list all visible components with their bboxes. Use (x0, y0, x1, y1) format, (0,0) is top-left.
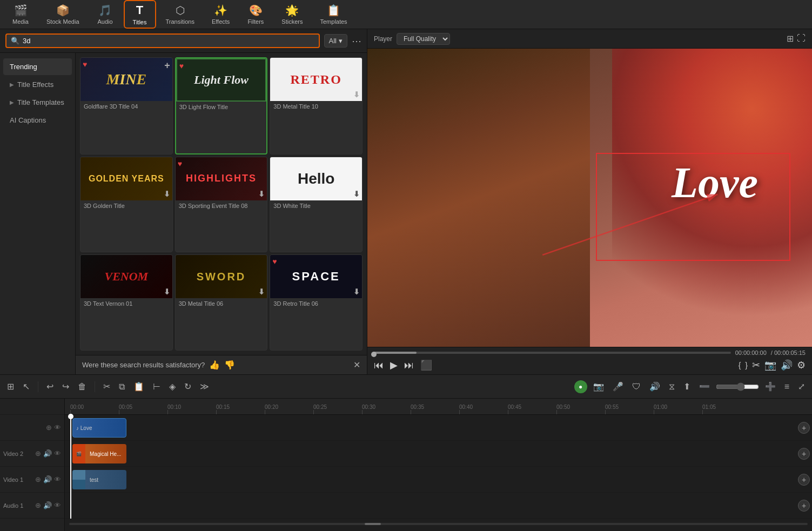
progress-bar[interactable] (374, 352, 731, 354)
tl-add-v1-icon[interactable]: ⊕ (35, 475, 41, 483)
thumb-text-space: SPACE (292, 270, 340, 284)
play-button[interactable]: ▶ (390, 359, 398, 371)
thumb-text-venom: VENOM (104, 270, 148, 284)
toolbar-templates[interactable]: 📋 Templates (312, 1, 354, 28)
tl-layers-button[interactable]: ⧖ (666, 380, 677, 393)
tl-cursor-button[interactable]: ↖ (20, 380, 32, 393)
fullscreen-icon[interactable]: ⛶ (797, 33, 806, 44)
thumbs-down-button[interactable]: 👎 (224, 360, 235, 370)
tl-record-button[interactable]: ● (574, 380, 587, 393)
toolbar-transitions-label: Transitions (166, 18, 194, 25)
sidebar-item-ai-captions[interactable]: AI Captions (3, 112, 72, 129)
settings-button[interactable]: ⚙ (797, 359, 806, 371)
more-options-button[interactable]: ⋯ (352, 35, 361, 47)
tl-voice-button[interactable]: 🔊 (647, 380, 663, 393)
tl-undo-button[interactable]: ↩ (44, 380, 56, 393)
toolbar-templates-label: Templates (320, 18, 347, 25)
tl-cam-button[interactable]: 📷 (590, 380, 607, 393)
tl-zoom-track[interactable] (69, 523, 808, 525)
player-controls: 00:00:00:00 / 00:00:05:15 ⏮ ▶ ⏭ ⬛ { } ✂ … (367, 347, 812, 374)
in-point-button[interactable]: { (739, 361, 741, 369)
timeline-main[interactable]: 00:00 00:05 00:10 00:15 00:20 00:25 00:3… (65, 399, 812, 531)
tl-eye-v1-icon[interactable]: 👁 (54, 475, 61, 483)
tl-lock-title-icon[interactable]: 👁 (54, 424, 61, 432)
tl-eye-a1-icon[interactable]: 👁 (54, 501, 61, 509)
tl-shield-button[interactable]: 🛡 (629, 380, 643, 393)
tl-add-v2-icon[interactable]: ⊕ (35, 449, 41, 458)
tl-add-v1-clip[interactable]: + (798, 474, 810, 486)
grid-view-icon[interactable]: ⊞ (787, 33, 794, 44)
snapshot-button[interactable]: 📷 (764, 359, 776, 371)
tl-transition-button[interactable]: ◈ (166, 380, 178, 393)
quality-select[interactable]: Full Quality High Medium Low (397, 33, 450, 45)
tl-split-button[interactable]: ⊢ (150, 380, 163, 393)
tl-eye-v2-icon[interactable]: 👁 (54, 449, 61, 458)
playhead[interactable] (70, 415, 71, 519)
thumbs-up-button[interactable]: 👍 (209, 360, 220, 370)
toolbar-transitions[interactable]: ⬡ Transitions (158, 1, 202, 28)
tl-add-title-icon[interactable]: ⊕ (46, 424, 52, 432)
toolbar-stickers[interactable]: 🌟 Stickers (274, 1, 310, 28)
progress-handle[interactable] (371, 352, 377, 357)
grid-item-sword[interactable]: SWORD ⬇ 3D Metal Title 06 (175, 254, 268, 351)
out-point-button[interactable]: } (745, 361, 748, 369)
grid-item-retro[interactable]: RETRO ⬇ 3D Metal Title 10 (270, 57, 363, 154)
tl-copy-button[interactable]: ⧉ (116, 380, 127, 393)
grid-item-venom[interactable]: VENOM ⬇ 3D Text Vernon 01 (80, 254, 173, 351)
satisfaction-close-button[interactable]: ✕ (353, 360, 360, 370)
tl-label-video2-text: Video 2 (3, 451, 23, 457)
tl-paste-button[interactable]: 📋 (131, 380, 147, 393)
tl-list-view-button[interactable]: ≡ (782, 380, 792, 393)
tl-more-button[interactable]: ≫ (197, 380, 212, 393)
clip-magical[interactable]: 🎬 Magical He... (72, 444, 126, 463)
tl-vol-v1-icon[interactable]: 🔊 (43, 475, 52, 483)
clip-love[interactable]: ♪ Love (72, 418, 126, 438)
clip-test[interactable]: test (72, 470, 126, 489)
toolbar-effects[interactable]: ✨ Effects (204, 1, 237, 28)
tl-vol-a1-icon[interactable]: 🔊 (43, 501, 52, 509)
toolbar-titles[interactable]: T Titles (124, 0, 156, 29)
tl-grid-button[interactable]: ⊞ (4, 380, 17, 393)
tl-add-a1-clip[interactable]: + (798, 500, 810, 512)
tl-zoom-slider[interactable] (716, 382, 759, 391)
plus-badge-goldflare[interactable]: + (164, 60, 170, 71)
tl-scissors-button[interactable]: ✂ (100, 380, 113, 393)
toolbar-audio-label: Audio (97, 18, 112, 25)
grid-item-highlights[interactable]: HIGHLIGHTS ♥ ⬇ 3D Sporting Event Title 0… (175, 157, 268, 253)
toolbar-filters[interactable]: 🎨 Filters (239, 1, 272, 28)
toolbar-audio[interactable]: 🎵 Audio (89, 1, 122, 28)
tl-loop-button[interactable]: ↻ (182, 380, 194, 393)
tl-add-a1-icon[interactable]: ⊕ (35, 501, 41, 509)
trim-button[interactable]: ✂ (752, 359, 760, 371)
skip-forward-button[interactable]: ⏭ (404, 360, 414, 371)
sidebar-item-trending[interactable]: Trending (3, 58, 72, 75)
grid-item-space[interactable]: SPACE ♥ ⬇ 3D Retro Title 06 (270, 254, 363, 351)
grid-item-lightflow[interactable]: Light Flow ♥ 3D Light Flow Title (175, 57, 268, 154)
tl-add-v2-clip[interactable]: + (798, 448, 810, 460)
grid-item-hello[interactable]: Hello ⬇ 3D White Title (270, 157, 363, 253)
tl-zoom-thumb[interactable] (365, 523, 381, 525)
tl-export-button[interactable]: ⬆ (681, 380, 693, 393)
tl-delete-button[interactable]: 🗑 (75, 380, 89, 393)
tl-vol-v2-icon[interactable]: 🔊 (43, 449, 52, 458)
volume-button[interactable]: 🔊 (781, 359, 793, 371)
tl-redo-button[interactable]: ↪ (59, 380, 72, 393)
search-input-wrap[interactable]: 🔍 (5, 33, 320, 48)
filter-dropdown[interactable]: All ▾ (324, 34, 347, 48)
sidebar-item-title-effects[interactable]: ▶ Title Effects (3, 76, 72, 93)
sidebar-item-title-templates[interactable]: ▶ Title Templates (3, 94, 72, 111)
playhead-head (68, 414, 73, 419)
toolbar-stock[interactable]: 📦 Stock Media (39, 1, 87, 28)
tl-mic-button[interactable]: 🎤 (610, 380, 626, 393)
stop-button[interactable]: ⬛ (420, 359, 432, 371)
toolbar-media[interactable]: 🎬 Media (4, 1, 37, 28)
grid-item-golden[interactable]: GOLDEN YEARS ⬇ 3D Golden Title (80, 157, 173, 253)
tl-add-title-clip[interactable]: + (798, 422, 810, 434)
tl-zoom-in-button[interactable]: ➕ (762, 380, 779, 393)
grid-item-goldflare[interactable]: MINE ♥ + Goldflare 3D Title 04 (80, 57, 173, 154)
search-input[interactable] (23, 37, 314, 45)
tl-expand-button[interactable]: ⤢ (795, 380, 808, 393)
middle-section: 🔍 All ▾ ⋯ Trending ▶ Tit (0, 29, 812, 374)
tl-zoom-out-button[interactable]: ➖ (696, 380, 713, 393)
skip-back-button[interactable]: ⏮ (374, 360, 384, 371)
